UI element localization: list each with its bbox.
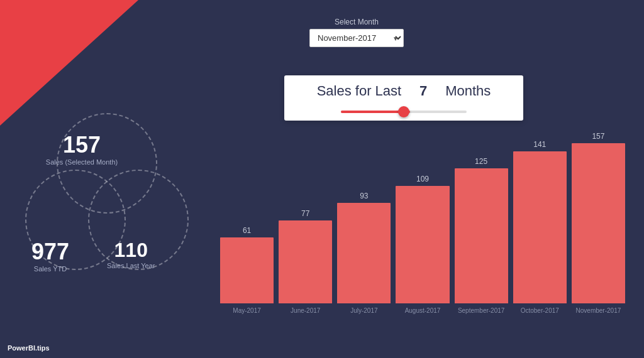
- bar-value-label: 109: [416, 175, 429, 183]
- bar-item: 93July-2017: [337, 132, 391, 314]
- bar-item: 77June-2017: [279, 132, 332, 314]
- bars-area: 61May-201777June-201793July-2017109Augus…: [220, 132, 625, 314]
- powerbi-suffix: .tips: [35, 344, 50, 352]
- bar-item: 141October-2017: [513, 132, 567, 314]
- venn-bottom-right-number: 110: [114, 239, 148, 262]
- bar-item: 109August-2017: [396, 132, 449, 314]
- venn-label-top: 157 Sales (Selected Month): [46, 132, 118, 166]
- bar-rect[interactable]: [396, 186, 449, 303]
- select-month-label: Select Month: [335, 18, 379, 26]
- select-month-container: Select Month January-2017February-2017Ma…: [309, 18, 404, 47]
- bar-rect[interactable]: [279, 220, 332, 303]
- venn-top-number: 157: [63, 132, 101, 158]
- bar-item: 61May-2017: [220, 132, 274, 314]
- month-select[interactable]: January-2017February-2017March-2017April…: [309, 29, 404, 47]
- bar-rect[interactable]: [220, 237, 274, 303]
- powerbi-logo-text: PowerBI.tips: [8, 344, 50, 352]
- bar-value-label: 125: [475, 157, 487, 166]
- bar-item: 157November-2017: [572, 132, 625, 314]
- bar-rect[interactable]: [337, 203, 391, 303]
- red-triangle-decoration: [0, 0, 138, 126]
- dropdown-wrapper: January-2017February-2017March-2017April…: [309, 29, 404, 47]
- bar-chart: 61May-201777June-201793July-2017109Augus…: [214, 69, 631, 333]
- bar-rect[interactable]: [455, 168, 508, 303]
- bar-value-label: 141: [533, 140, 546, 149]
- venn-top-desc: Sales (Selected Month): [46, 158, 118, 166]
- powerbi-branding: PowerBI.tips: [8, 344, 50, 352]
- bar-value-label: 93: [360, 192, 368, 200]
- bar-month-label: July-2017: [350, 307, 377, 314]
- venn-bottom-left-number: 977: [31, 239, 69, 265]
- bar-month-label: October-2017: [521, 307, 559, 314]
- venn-label-bottom-left: 977 Sales YTD: [31, 239, 69, 273]
- powerbi-bold: PowerBI: [8, 344, 35, 352]
- venn-bottom-right-desc: Sales Last Year: [107, 262, 155, 269]
- main-content: Select Month January-2017February-2017Ma…: [0, 0, 644, 358]
- venn-label-bottom-right: 110 Sales Last Year: [107, 239, 155, 269]
- bar-month-label: May-2017: [233, 307, 260, 314]
- bar-month-label: September-2017: [458, 307, 505, 314]
- bar-rect[interactable]: [513, 151, 567, 303]
- bar-value-label: 157: [592, 132, 604, 141]
- bar-value-label: 61: [243, 226, 251, 235]
- bar-value-label: 77: [301, 209, 309, 218]
- bar-rect[interactable]: [572, 143, 625, 303]
- venn-diagram: 157 Sales (Selected Month) 977 Sales YTD…: [19, 113, 195, 289]
- bar-item: 125September-2017: [455, 132, 508, 314]
- bar-month-label: November-2017: [576, 307, 621, 314]
- bar-month-label: August-2017: [405, 307, 441, 314]
- bar-month-label: June-2017: [291, 307, 320, 314]
- venn-bottom-left-desc: Sales YTD: [34, 265, 67, 273]
